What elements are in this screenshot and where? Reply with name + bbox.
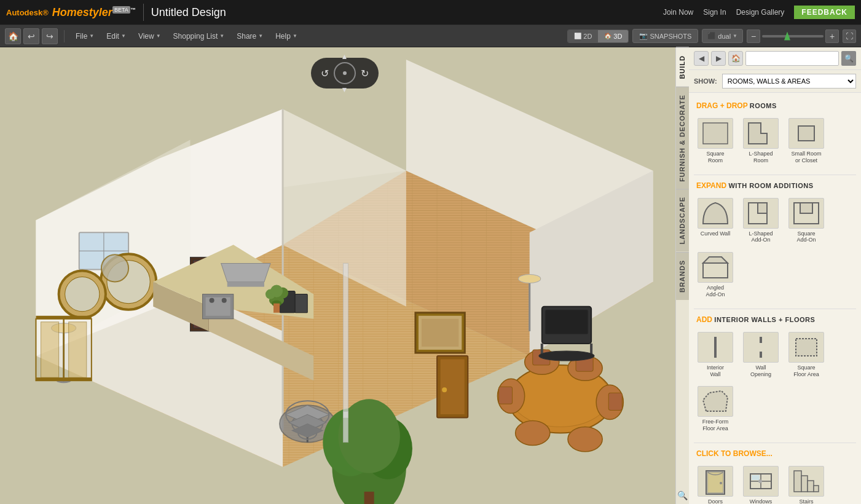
autodesk-logo: Autodesk®: [6, 8, 49, 17]
top-bar-right: Join Now Sign In Design Gallery FEEDBACK: [663, 6, 855, 19]
dual-button[interactable]: ⬛ dual ▼: [702, 29, 743, 43]
brands-tab[interactable]: BRANDS: [676, 252, 689, 300]
title-divider: [143, 4, 144, 21]
svg-rect-120: [794, 471, 801, 492]
svg-rect-89: [343, 411, 348, 442]
zoom-in-button[interactable]: +: [825, 30, 839, 43]
show-select[interactable]: ROOMS, WALLS & AREAS: [722, 74, 856, 89]
dual-arrow: ▼: [733, 33, 737, 39]
main-area: ↺ ▲ ▼ ↻: [0, 47, 861, 504]
svg-point-81: [519, 274, 541, 283]
nav-center-group: ▲ ▼: [334, 57, 356, 89]
build-tab[interactable]: BUILD: [676, 47, 689, 87]
share-menu[interactable]: Share ▼: [232, 30, 268, 43]
fullscreen-button[interactable]: ⛶: [843, 30, 856, 43]
l-shaped-addon-icon: [743, 198, 779, 229]
sign-in-link[interactable]: Sign In: [703, 8, 726, 17]
view-mode-group: ⬜ 2D 🏠 3D: [567, 30, 629, 43]
svg-point-79: [539, 351, 594, 361]
svg-rect-122: [808, 481, 814, 492]
zoom-out-button[interactable]: −: [747, 30, 760, 43]
file-menu[interactable]: File ▼: [71, 30, 99, 43]
svg-point-43: [222, 298, 227, 303]
additions-grid: Curved Wall L-ShapedAdd-On: [694, 192, 856, 304]
panel-search-input[interactable]: [745, 51, 839, 66]
view-menu[interactable]: View ▼: [133, 30, 166, 43]
panel-home-button[interactable]: 🏠: [728, 51, 743, 66]
interior-wall-item[interactable]: InteriorWall: [694, 329, 737, 381]
drag-drop-heading: DRAG + DROP ROOMS: [694, 98, 856, 112]
help-menu-arrow: ▼: [293, 33, 297, 39]
panel-forward-button[interactable]: ▶: [711, 51, 726, 66]
square-room-item[interactable]: SquareRoom: [694, 115, 737, 167]
3d-view-button[interactable]: 🏠 3D: [598, 30, 628, 42]
svg-rect-45: [295, 294, 307, 313]
room-illustration: [0, 47, 689, 504]
l-shaped-addon-item[interactable]: L-ShapedAdd-On: [739, 195, 782, 247]
nav-cloud: ↺ ▲ ▼ ↻: [311, 58, 379, 89]
freeform-floor-icon: [698, 386, 733, 417]
tilt-up-button[interactable]: ▲: [341, 52, 348, 61]
svg-rect-118: [752, 475, 760, 480]
windows-item[interactable]: Windows: [739, 463, 782, 504]
doors-item[interactable]: Doors: [694, 463, 737, 504]
svg-marker-96: [221, 263, 270, 282]
square-floor-icon: [788, 332, 824, 363]
shopping-list-arrow: ▼: [219, 33, 224, 39]
browse-grid: Doors Windows: [694, 460, 856, 504]
home-button[interactable]: 🏠: [5, 28, 21, 44]
2d-view-button[interactable]: ⬜ 2D: [568, 30, 598, 42]
feedback-button[interactable]: FEEDBACK: [794, 6, 855, 19]
tilt-down-button[interactable]: ▼: [341, 85, 348, 94]
panel-back-button[interactable]: ◀: [694, 51, 709, 66]
stairs-item[interactable]: Stairs: [785, 463, 828, 504]
windows-icon: [743, 466, 779, 497]
homestyler-logo: HomestylerBETA™: [52, 6, 136, 19]
angled-addon-icon: [698, 252, 733, 283]
furnish-tab[interactable]: FURNISH & DECORATE: [676, 87, 689, 189]
file-menu-arrow: ▼: [89, 33, 94, 39]
small-room-item[interactable]: Small Roomor Closet: [785, 115, 828, 167]
divider-2: [694, 309, 856, 309]
svg-marker-102: [758, 203, 767, 213]
side-tabs: BUILD FURNISH & DECORATE LANDSCAPE BRAND…: [675, 47, 689, 504]
nav-compass: ↺ ▲ ▼ ↻: [308, 55, 382, 92]
panel-search-button[interactable]: 🔍: [841, 51, 856, 66]
wall-opening-item[interactable]: WallOpening: [739, 329, 782, 381]
svg-rect-72: [608, 393, 622, 410]
zoom-slider[interactable]: [762, 35, 824, 37]
svg-rect-95: [36, 377, 91, 380]
svg-marker-106: [703, 257, 728, 263]
undo-button[interactable]: ↩: [23, 28, 39, 44]
snapshots-button[interactable]: 📷 SNAPSHOTS: [632, 29, 698, 43]
l-shaped-room-item[interactable]: L-ShapedRoom: [739, 115, 782, 167]
angled-addon-item[interactable]: AngledAdd-On: [694, 249, 737, 301]
freeform-floor-item[interactable]: Free-FormFloor Area: [694, 383, 737, 435]
project-title: Untitled Design: [151, 6, 226, 19]
svg-rect-70: [499, 387, 513, 404]
landscape-tab[interactable]: LANDSCAPE: [676, 189, 689, 251]
canvas-area[interactable]: ↺ ▲ ▼ ↻: [0, 47, 689, 504]
svg-rect-105: [703, 263, 728, 278]
square-floor-item[interactable]: SquareFloor Area: [785, 329, 828, 381]
svg-rect-94: [36, 316, 91, 319]
panel-content: DRAG + DROP ROOMS SquareRoom: [689, 93, 861, 504]
square-addon-item[interactable]: SquareAdd-On: [785, 195, 828, 247]
design-gallery-link[interactable]: Design Gallery: [736, 8, 785, 17]
svg-rect-76: [545, 310, 588, 334]
redo-button[interactable]: ↪: [42, 28, 58, 44]
rotate-left-button[interactable]: ↺: [321, 68, 329, 79]
help-menu[interactable]: Help ▼: [270, 30, 302, 43]
svg-point-87: [442, 387, 447, 392]
rotate-right-button[interactable]: ↻: [361, 68, 369, 79]
rooms-grid: SquareRoom L-ShapedRoom: [694, 112, 856, 170]
shopping-list-menu[interactable]: Shopping List ▼: [168, 30, 230, 43]
search-side-tab[interactable]: 🔍: [676, 487, 689, 504]
zoom-controls: − +: [747, 30, 839, 43]
toolbar-divider-1: [64, 30, 65, 42]
join-now-link[interactable]: Join Now: [663, 8, 693, 17]
edit-menu[interactable]: Edit ▼: [101, 30, 131, 43]
beta-badge: BETA: [112, 6, 130, 14]
view-menu-arrow: ▼: [156, 33, 161, 39]
curved-wall-item[interactable]: Curved Wall: [694, 195, 737, 247]
